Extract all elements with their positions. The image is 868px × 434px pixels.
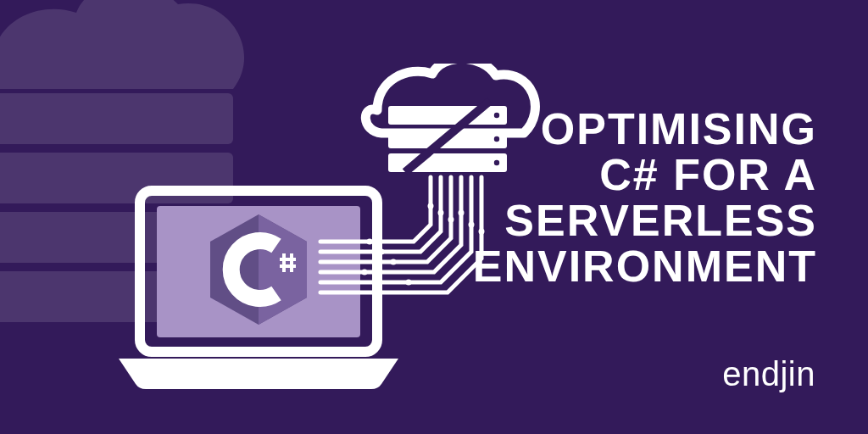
svg-point-23	[406, 280, 412, 286]
svg-point-21	[391, 259, 397, 265]
headline-line-2: C# FOR A	[473, 152, 817, 198]
svg-point-26	[438, 210, 444, 216]
svg-point-20	[379, 249, 385, 255]
svg-point-22	[362, 270, 368, 275]
svg-point-27	[448, 217, 454, 223]
svg-point-28	[459, 210, 465, 216]
svg-point-24	[377, 290, 383, 296]
headline-line-1: OPTIMISING	[473, 106, 817, 152]
svg-point-19	[367, 239, 373, 245]
headline-line-3: SERVERLESS	[473, 198, 817, 243]
headline-line-4: ENVIRONMENT	[473, 243, 817, 289]
headline: OPTIMISING C# FOR A SERVERLESS ENVIRONME…	[473, 106, 817, 289]
brand-logo: endjin	[722, 355, 815, 393]
svg-point-25	[428, 203, 434, 209]
